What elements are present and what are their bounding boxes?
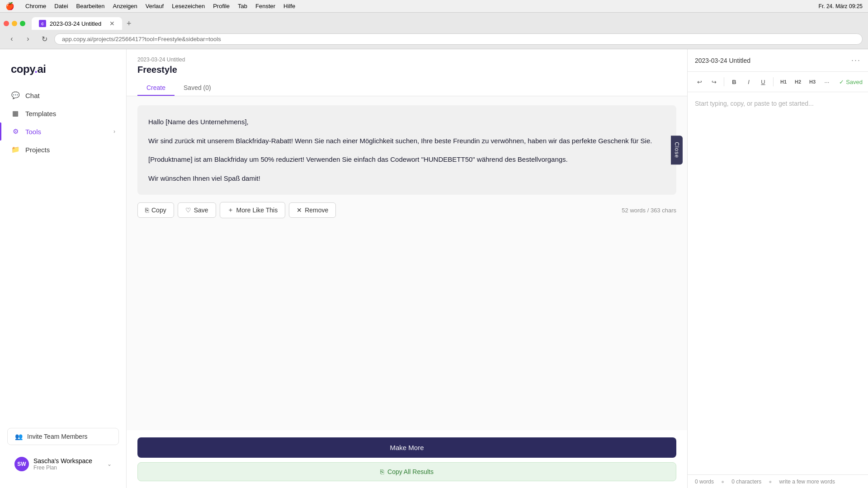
h3-button[interactable]: H3 bbox=[806, 75, 819, 88]
editor-body[interactable]: Start typing, copy, or paste to get star… bbox=[688, 92, 868, 474]
page-title: Freestyle bbox=[137, 65, 676, 75]
result-card: Hallo [Name des Unternehmens], Wir sind … bbox=[137, 105, 676, 195]
address-bar[interactable]: app.copy.ai/projects/22566417?tool=Frees… bbox=[54, 33, 863, 45]
chevron-down-icon: ⌄ bbox=[107, 461, 112, 467]
menu-anzeigen[interactable]: Anzeigen bbox=[113, 3, 137, 9]
logo[interactable]: copy.ai bbox=[0, 58, 126, 86]
check-icon: ✓ bbox=[839, 79, 844, 85]
workspace-plan: Free Plan bbox=[33, 465, 103, 471]
avatar: SW bbox=[14, 457, 29, 471]
tab-nav: Create Saved (0) bbox=[137, 80, 676, 96]
breadcrumb: 2023-03-24 Untitled bbox=[137, 56, 676, 63]
menu-bearbeiten[interactable]: Bearbeiten bbox=[76, 3, 105, 9]
result-paragraph-3: [Produktname] ist am Blackfriday um 50% … bbox=[148, 154, 665, 165]
window-maximize-button[interactable] bbox=[20, 21, 25, 26]
result-text: Hallo [Name des Unternehmens], Wir sind … bbox=[148, 116, 665, 184]
sidebar-item-templates-label: Templates bbox=[25, 110, 56, 117]
save-icon: ♡ bbox=[185, 206, 191, 214]
sidebar-item-chat[interactable]: 💬 Chat bbox=[0, 86, 126, 104]
menu-chrome[interactable]: Chrome bbox=[25, 3, 46, 9]
copy-icon: ⎘ bbox=[145, 206, 149, 214]
page-header: 2023-03-24 Untitled Freestyle Create Sav… bbox=[127, 49, 687, 96]
sidebar: copy.ai 💬 Chat ▦ Templates ⚙ Tools › 📁 P… bbox=[0, 49, 127, 488]
back-button[interactable]: ‹ bbox=[5, 33, 18, 45]
sidebar-item-projects-label: Projects bbox=[25, 146, 50, 154]
footer-separator-2: ● bbox=[769, 479, 772, 485]
menu-tab[interactable]: Tab bbox=[238, 3, 247, 9]
menu-datei[interactable]: Datei bbox=[54, 3, 68, 9]
footer-chars: 0 characters bbox=[731, 479, 761, 485]
sidebar-item-projects[interactable]: 📁 Projects bbox=[0, 141, 126, 159]
app-layout: copy.ai 💬 Chat ▦ Templates ⚙ Tools › 📁 P… bbox=[0, 49, 868, 488]
copy-button[interactable]: ⎘ Copy bbox=[137, 202, 174, 218]
more-toolbar-button[interactable]: ··· bbox=[821, 75, 833, 88]
address-bar-row: ‹ › ↻ app.copy.ai/projects/22566417?tool… bbox=[0, 31, 868, 49]
word-count: 52 words / 363 chars bbox=[622, 207, 676, 214]
tab-bar: c 2023-03-24 Untitled ✕ + bbox=[0, 13, 868, 31]
browser-chrome: c 2023-03-24 Untitled ✕ + ‹ › ↻ app.copy… bbox=[0, 13, 868, 49]
editor-footer: 0 words ● 0 characters ● write a few mor… bbox=[688, 474, 868, 488]
forward-button[interactable]: › bbox=[22, 33, 34, 45]
window-controls bbox=[4, 21, 25, 26]
editor-panel: 2023-03-24 Untitled ··· ↩ ↪ B I U H1 H2 … bbox=[687, 49, 868, 488]
workspace-name: Sascha's Workspace bbox=[33, 457, 103, 465]
sidebar-item-templates[interactable]: ▦ Templates bbox=[0, 104, 126, 122]
system-time: Fr. 24. März 09:25 bbox=[819, 3, 863, 9]
menu-hilfe[interactable]: Hilfe bbox=[283, 3, 295, 9]
mac-menubar: 🍎 Chrome Datei Bearbeiten Anzeigen Verla… bbox=[0, 0, 868, 13]
tab-close-button[interactable]: ✕ bbox=[109, 20, 115, 27]
remove-label: Remove bbox=[305, 206, 328, 214]
sidebar-item-chat-label: Chat bbox=[25, 92, 40, 99]
invite-team-members-button[interactable]: 👥 Invite Team Members bbox=[7, 428, 119, 445]
h1-button[interactable]: H1 bbox=[777, 75, 790, 88]
saved-status: ✓ Saved bbox=[839, 79, 863, 85]
redo-button[interactable]: ↪ bbox=[708, 75, 720, 88]
tab-create[interactable]: Create bbox=[137, 80, 175, 96]
copy-all-icon: ⎘ bbox=[380, 468, 384, 475]
browser-tab-active[interactable]: c 2023-03-24 Untitled ✕ bbox=[32, 17, 122, 30]
reload-button[interactable]: ↻ bbox=[38, 33, 51, 45]
toolbar-divider-2 bbox=[773, 77, 774, 86]
window-minimize-button[interactable] bbox=[12, 21, 17, 26]
undo-button[interactable]: ↩ bbox=[693, 75, 706, 88]
main-content: 2023-03-24 Untitled Freestyle Create Sav… bbox=[127, 49, 687, 488]
projects-icon: 📁 bbox=[11, 145, 20, 154]
italic-button[interactable]: I bbox=[742, 75, 755, 88]
close-sidebar-tab[interactable]: Close bbox=[671, 136, 683, 164]
apple-icon[interactable]: 🍎 bbox=[5, 2, 14, 10]
editor-header: 2023-03-24 Untitled ··· bbox=[688, 49, 868, 72]
remove-icon: ✕ bbox=[297, 206, 302, 214]
action-bar: ⎘ Copy ♡ Save ＋ More Like This ✕ Remove … bbox=[137, 202, 676, 218]
chat-icon: 💬 bbox=[11, 91, 20, 100]
tab-saved[interactable]: Saved (0) bbox=[175, 80, 220, 96]
new-tab-button[interactable]: + bbox=[124, 19, 134, 28]
editor-menu-button[interactable]: ··· bbox=[851, 56, 861, 65]
menu-profile[interactable]: Profile bbox=[213, 3, 230, 9]
h2-button[interactable]: H2 bbox=[792, 75, 804, 88]
tab-title: 2023-03-24 Untitled bbox=[50, 20, 101, 27]
sidebar-item-tools[interactable]: ⚙ Tools › bbox=[0, 122, 126, 141]
avatar-initials: SW bbox=[17, 461, 26, 467]
url-text: app.copy.ai/projects/22566417?tool=Frees… bbox=[62, 36, 221, 42]
editor-placeholder: Start typing, copy, or paste to get star… bbox=[695, 100, 814, 107]
footer-separator-1: ● bbox=[721, 479, 724, 485]
menu-lesezeichen[interactable]: Lesezeichen bbox=[172, 3, 205, 9]
result-paragraph-4: Wir wünschen Ihnen viel Spaß damit! bbox=[148, 173, 665, 184]
save-label: Save bbox=[194, 206, 208, 214]
menu-fenster[interactable]: Fenster bbox=[255, 3, 275, 9]
window-close-button[interactable] bbox=[4, 21, 9, 26]
menu-verlauf[interactable]: Verlauf bbox=[146, 3, 164, 9]
footer-hint: write a few more words bbox=[779, 479, 835, 485]
toolbar-divider bbox=[724, 77, 724, 86]
underline-button[interactable]: U bbox=[757, 75, 769, 88]
remove-button[interactable]: ✕ Remove bbox=[289, 202, 336, 218]
invite-label: Invite Team Members bbox=[27, 433, 88, 440]
invite-icon: 👥 bbox=[15, 433, 23, 440]
save-button[interactable]: ♡ Save bbox=[178, 202, 216, 218]
tools-icon: ⚙ bbox=[11, 127, 20, 136]
more-like-this-button[interactable]: ＋ More Like This bbox=[220, 202, 286, 218]
copy-all-button[interactable]: ⎘ Copy All Results bbox=[137, 462, 676, 481]
make-more-button[interactable]: Make More bbox=[137, 437, 676, 458]
workspace-bar[interactable]: SW Sascha's Workspace Free Plan ⌄ bbox=[7, 452, 119, 476]
bold-button[interactable]: B bbox=[728, 75, 741, 88]
